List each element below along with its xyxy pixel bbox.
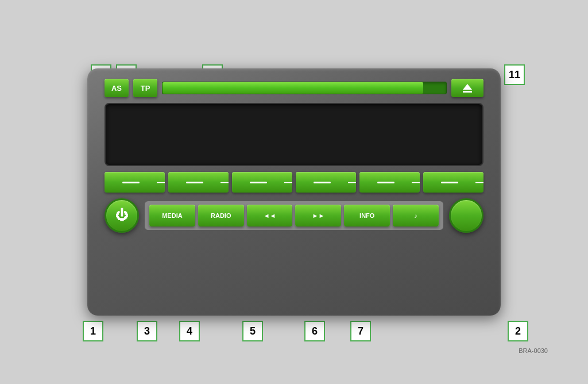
preset-button-6[interactable] — [423, 172, 483, 193]
callout-5: 5 — [242, 321, 263, 341]
unit-wrapper: 1 2 3 4 5 6 7 8 9 10 11 12 AS TP — [36, 25, 552, 359]
callout-2: 2 — [508, 321, 528, 341]
preset-button-2[interactable] — [168, 172, 229, 193]
radio-button[interactable]: RADIO — [198, 205, 244, 226]
callout-4: 4 — [179, 321, 200, 341]
rewind-button[interactable]: ◄◄ — [247, 205, 293, 226]
radio-unit: AS TP — [87, 68, 501, 316]
preset-button-3[interactable] — [232, 172, 292, 193]
bottom-row: ⏻ MEDIA RADIO ◄◄ ►► INFO ♪ — [105, 198, 483, 233]
preset-button-5[interactable] — [359, 172, 420, 193]
info-button[interactable]: INFO — [344, 205, 390, 226]
music-button[interactable]: ♪ — [393, 205, 439, 226]
power-icon: ⏻ — [115, 209, 128, 222]
power-button[interactable]: ⏻ — [105, 198, 139, 233]
callout-6: 6 — [304, 321, 325, 341]
eject-button[interactable] — [451, 79, 483, 97]
preset-1-dash — [105, 172, 157, 193]
forward-button[interactable]: ►► — [295, 205, 341, 226]
callout-11: 11 — [504, 64, 525, 85]
preset-3-dash — [232, 172, 284, 193]
tp-button[interactable]: TP — [133, 79, 157, 97]
preset-button-4[interactable] — [296, 172, 356, 193]
eject-icon — [463, 84, 472, 93]
callout-7: 7 — [350, 321, 371, 341]
image-label: BRA-0030 — [519, 347, 548, 354]
as-button[interactable]: AS — [105, 79, 129, 97]
callout-1: 1 — [83, 321, 103, 341]
volume-knob[interactable] — [449, 198, 483, 233]
preset-button-1[interactable] — [105, 172, 165, 193]
callout-3: 3 — [137, 321, 157, 341]
preset-4-dash — [296, 172, 348, 193]
preset-row — [105, 172, 483, 193]
preset-6-dash — [423, 172, 475, 193]
eject-bar-icon — [463, 91, 472, 93]
preset-5-dash — [359, 172, 412, 193]
display-screen — [105, 103, 483, 166]
media-button[interactable]: MEDIA — [149, 205, 195, 226]
center-buttons: MEDIA RADIO ◄◄ ►► INFO ♪ — [145, 201, 443, 230]
progress-bar-container — [162, 82, 447, 94]
eject-triangle-icon — [463, 84, 472, 90]
progress-bar-fill — [163, 82, 423, 94]
top-row: AS TP — [105, 79, 483, 97]
preset-2-dash — [168, 172, 220, 193]
